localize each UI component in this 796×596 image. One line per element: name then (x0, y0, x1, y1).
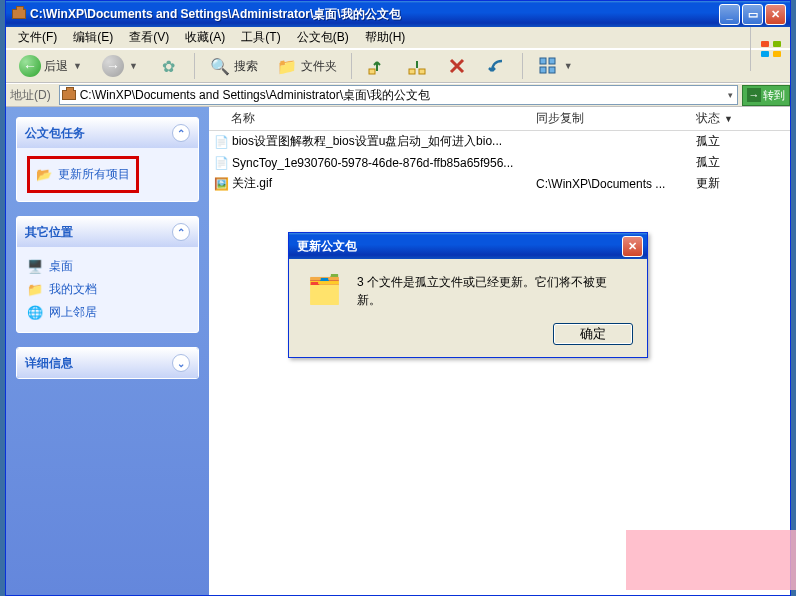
collapse-icon[interactable]: ⌃ (172, 223, 190, 241)
menu-tools[interactable]: 工具(T) (233, 27, 288, 48)
file-row[interactable]: 🖼️ 关注.gif C:\WinXP\Documents ... 更新 (209, 173, 790, 194)
briefcase-update-icon: 📂 (36, 167, 52, 183)
panel-tasks: 公文包任务 ⌃ 📂 更新所有项目 (16, 117, 199, 202)
chevron-down-icon: ▼ (127, 61, 140, 71)
place-network[interactable]: 🌐 网上邻居 (27, 301, 188, 324)
place-label: 我的文档 (49, 281, 97, 298)
maximize-button[interactable]: ▭ (742, 4, 763, 25)
panel-places-header[interactable]: 其它位置 ⌃ (17, 217, 198, 247)
separator (522, 53, 523, 79)
views-icon (537, 55, 559, 77)
briefcase-icon (62, 90, 76, 100)
moveto-icon (366, 55, 388, 77)
dialog-titlebar[interactable]: 更新公文包 ✕ (289, 233, 647, 259)
panel-places: 其它位置 ⌃ 🖥️ 桌面 📁 我的文档 🌐 网上邻居 (16, 216, 199, 333)
file-rows[interactable]: 📄 bios设置图解教程_bios设置u盘启动_如何进入bio... 孤立 📄 … (209, 131, 790, 595)
folders-label: 文件夹 (301, 58, 337, 75)
dialog-icon: 🗂️ (307, 273, 343, 309)
forward-icon: → (102, 55, 124, 77)
copyto-button[interactable] (399, 52, 435, 80)
forward-button[interactable]: → ▼ (95, 52, 147, 80)
place-desktop[interactable]: 🖥️ 桌面 (27, 255, 188, 278)
menu-help[interactable]: 帮助(H) (357, 27, 414, 48)
titlebar[interactable]: C:\WinXP\Documents and Settings\Administ… (6, 1, 790, 27)
col-name[interactable]: 名称 (213, 110, 536, 127)
address-input[interactable]: C:\WinXP\Documents and Settings\Administ… (59, 85, 738, 105)
undo-icon (486, 55, 508, 77)
windows-flag-icon (750, 27, 790, 71)
panel-details-header[interactable]: 详细信息 ⌄ (17, 348, 198, 378)
desktop-icon: 🖥️ (27, 259, 43, 275)
search-icon (209, 55, 231, 77)
file-name: 关注.gif (229, 175, 536, 192)
place-mydocs[interactable]: 📁 我的文档 (27, 278, 188, 301)
back-icon: ← (19, 55, 41, 77)
go-button[interactable]: → 转到 (742, 85, 790, 106)
search-button[interactable]: 搜索 (202, 52, 265, 80)
search-label: 搜索 (234, 58, 258, 75)
addressbar: 地址(D) C:\WinXP\Documents and Settings\Ad… (6, 83, 790, 107)
highlight-box: 📂 更新所有项目 (27, 156, 139, 193)
toolbar: ← 后退 ▼ → ▼ 搜索 文件夹 (6, 49, 790, 83)
moveto-button[interactable] (359, 52, 395, 80)
menubar: 文件(F) 编辑(E) 查看(V) 收藏(A) 工具(T) 公文包(B) 帮助(… (6, 27, 790, 49)
dialog-message: 3 个文件是孤立文件或已经更新。它们将不被更新。 (357, 273, 629, 309)
back-button[interactable]: ← 后退 ▼ (12, 52, 91, 80)
dialog-close-button[interactable]: ✕ (622, 236, 643, 257)
expand-icon[interactable]: ⌄ (172, 354, 190, 372)
update-dialog: 更新公文包 ✕ 🗂️ 3 个文件是孤立文件或已经更新。它们将不被更新。 确定 (288, 232, 648, 358)
up-button[interactable] (151, 52, 187, 80)
file-icon: 📄 (213, 156, 229, 170)
chevron-down-icon[interactable]: ▾ (726, 90, 735, 100)
menu-briefcase[interactable]: 公文包(B) (289, 27, 357, 48)
file-icon: 🖼️ (213, 177, 229, 191)
separator (351, 53, 352, 79)
file-row[interactable]: 📄 bios设置图解教程_bios设置u盘启动_如何进入bio... 孤立 (209, 131, 790, 152)
menu-favorites[interactable]: 收藏(A) (177, 27, 233, 48)
views-button[interactable]: ▼ (530, 52, 582, 80)
window-title: C:\WinXP\Documents and Settings\Administ… (30, 6, 715, 23)
place-label: 网上邻居 (49, 304, 97, 321)
folders-button[interactable]: 文件夹 (269, 52, 344, 80)
menu-edit[interactable]: 编辑(E) (65, 27, 121, 48)
svg-rect-6 (549, 67, 555, 73)
file-status: 孤立 (696, 133, 786, 150)
mydocs-icon: 📁 (27, 282, 43, 298)
back-label: 后退 (44, 58, 68, 75)
minimize-button[interactable]: _ (719, 4, 740, 25)
col-sync[interactable]: 同步复制 (536, 110, 696, 127)
panel-tasks-header[interactable]: 公文包任务 ⌃ (17, 118, 198, 148)
col-status[interactable]: 状态 ▼ (696, 110, 786, 127)
column-headers[interactable]: 名称 同步复制 状态 ▼ (209, 107, 790, 131)
file-row[interactable]: 📄 SyncToy_1e930760-5978-46de-876d-ffb85a… (209, 152, 790, 173)
file-status: 孤立 (696, 154, 786, 171)
svg-rect-4 (549, 58, 555, 64)
panel-places-title: 其它位置 (25, 224, 73, 241)
separator (194, 53, 195, 79)
up-icon (158, 55, 180, 77)
menu-view[interactable]: 查看(V) (121, 27, 177, 48)
copyto-icon (406, 55, 428, 77)
delete-icon (446, 55, 468, 77)
svg-rect-5 (540, 67, 546, 73)
close-button[interactable]: ✕ (765, 4, 786, 25)
task-update-all[interactable]: 📂 更新所有项目 (36, 163, 130, 186)
file-name: bios设置图解教程_bios设置u盘启动_如何进入bio... (229, 133, 536, 150)
collapse-icon[interactable]: ⌃ (172, 124, 190, 142)
go-icon: → (747, 88, 761, 102)
svg-rect-2 (419, 69, 425, 74)
menu-file[interactable]: 文件(F) (10, 27, 65, 48)
delete-button[interactable] (439, 52, 475, 80)
chevron-down-icon: ▼ (71, 61, 84, 71)
file-name: SyncToy_1e930760-5978-46de-876d-ffb85a65… (229, 156, 536, 170)
chevron-down-icon: ▼ (562, 61, 575, 71)
panel-details-title: 详细信息 (25, 355, 73, 372)
go-label: 转到 (763, 88, 785, 103)
ok-button[interactable]: 确定 (553, 323, 633, 345)
dialog-title: 更新公文包 (297, 238, 357, 255)
address-path: C:\WinXP\Documents and Settings\Administ… (80, 87, 722, 104)
file-status: 更新 (696, 175, 786, 192)
undo-button[interactable] (479, 52, 515, 80)
sort-desc-icon: ▼ (724, 114, 733, 124)
svg-rect-0 (369, 69, 375, 74)
